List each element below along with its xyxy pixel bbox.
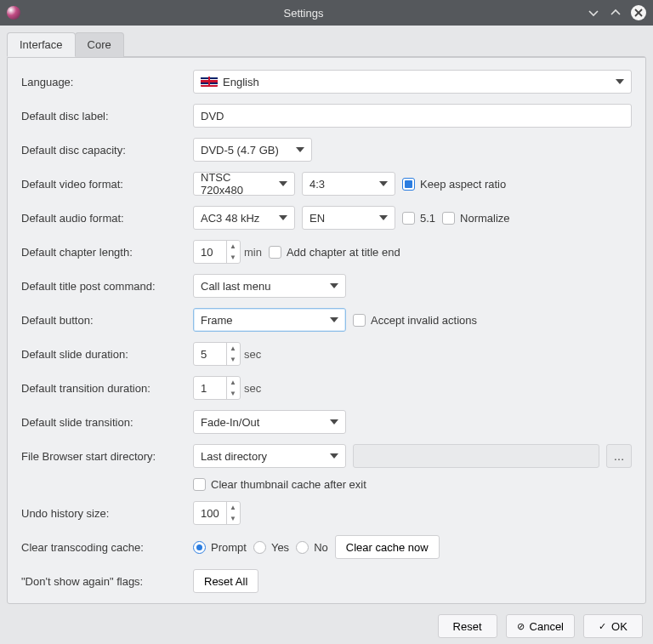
svg-marker-7 xyxy=(379,215,388,220)
chevron-down-icon xyxy=(330,418,338,426)
tab-core[interactable]: Core xyxy=(75,32,124,57)
checkbox-box-icon xyxy=(402,178,415,191)
aspect-ratio-select[interactable]: 4:3 xyxy=(302,172,395,196)
minimize-icon[interactable] xyxy=(587,6,600,20)
normalize-label: Normalize xyxy=(460,212,510,225)
chevron-down-icon xyxy=(616,77,624,86)
titlebar: Settings xyxy=(0,0,653,26)
label-language: Language: xyxy=(21,76,188,88)
tabpanel-interface: Language: English Default disc label: DV… xyxy=(8,57,645,603)
cancel-button[interactable]: ⊘ Cancel xyxy=(506,614,575,638)
transcoding-no-label: No xyxy=(314,541,328,554)
reset-all-button[interactable]: Reset All xyxy=(193,569,258,593)
label-disc-capacity: Default disc capacity: xyxy=(21,144,188,157)
chevron-down-icon xyxy=(330,316,338,324)
label-default-button: Default button: xyxy=(21,314,188,327)
checkbox-box-icon xyxy=(269,246,281,259)
browse-directory-button[interactable]: … xyxy=(606,444,632,468)
file-browser-start-select[interactable]: Last directory xyxy=(193,444,346,468)
chapter-length-stepper[interactable]: 10 ▲▼ xyxy=(193,240,241,264)
transcoding-prompt-radio[interactable]: Prompt xyxy=(193,541,247,554)
transcoding-yes-label: Yes xyxy=(271,541,289,554)
chevron-down-icon xyxy=(330,452,338,460)
audio-codec-value: AC3 48 kHz xyxy=(201,212,259,225)
disc-label-input[interactable]: DVD xyxy=(193,104,632,128)
slide-transition-select[interactable]: Fade-In/Out xyxy=(193,410,346,434)
unit-sec: sec xyxy=(244,348,261,361)
keep-aspect-checkbox[interactable]: Keep aspect ratio xyxy=(402,178,506,191)
transcoding-yes-radio[interactable]: Yes xyxy=(253,541,289,554)
video-format-value: NTSC 720x480 xyxy=(201,171,272,197)
reset-button[interactable]: Reset xyxy=(438,614,497,638)
label-slide-transition: Default slide transition: xyxy=(21,416,188,429)
audio-codec-select[interactable]: AC3 48 kHz xyxy=(193,206,295,230)
label-clear-transcoding: Clear transcoding cache: xyxy=(21,541,188,554)
svg-marker-11 xyxy=(330,453,338,459)
language-value: English xyxy=(223,76,259,88)
stepper-buttons[interactable]: ▲▼ xyxy=(226,343,239,365)
language-select[interactable]: English xyxy=(193,70,632,94)
window-controls xyxy=(587,5,646,20)
checkbox-box-icon xyxy=(402,212,415,225)
title-post-select[interactable]: Call last menu xyxy=(193,274,346,298)
aspect-ratio-value: 4:3 xyxy=(309,178,325,191)
svg-marker-2 xyxy=(616,79,624,84)
transition-duration-value: 1 xyxy=(201,382,226,395)
ok-button-label: OK xyxy=(611,620,627,633)
normalize-checkbox[interactable]: Normalize xyxy=(442,212,510,225)
slide-transition-value: Fade-In/Out xyxy=(201,416,259,429)
stepper-buttons[interactable]: ▲▼ xyxy=(226,377,239,399)
audio-51-label: 5.1 xyxy=(420,212,435,225)
maximize-icon[interactable] xyxy=(609,6,622,20)
label-chapter-length: Default chapter length: xyxy=(21,246,188,259)
video-format-select[interactable]: NTSC 720x480 xyxy=(193,172,295,196)
accept-invalid-checkbox[interactable]: Accept invalid actions xyxy=(353,314,477,327)
check-icon: ✓ xyxy=(599,621,606,632)
window-title: Settings xyxy=(20,7,587,20)
clear-thumb-cache-label: Clear thumbnail cache after exit xyxy=(211,478,366,491)
clear-cache-now-label: Clear cache now xyxy=(346,541,429,554)
title-post-value: Call last menu xyxy=(201,280,270,293)
label-audio-format: Default audio format: xyxy=(21,212,188,225)
checkbox-box-icon xyxy=(193,478,206,491)
accept-invalid-label: Accept invalid actions xyxy=(371,314,477,327)
close-icon[interactable] xyxy=(631,5,646,20)
disc-capacity-select[interactable]: DVD-5 (4.7 GB) xyxy=(193,138,312,162)
cancel-icon: ⊘ xyxy=(517,621,525,632)
label-file-browser-start: File Browser start directory: xyxy=(21,450,188,463)
keep-aspect-label: Keep aspect ratio xyxy=(420,178,506,191)
stepper-buttons[interactable]: ▲▼ xyxy=(226,502,239,524)
audio-51-checkbox[interactable]: 5.1 xyxy=(402,212,435,225)
audio-lang-select[interactable]: EN xyxy=(302,206,395,230)
clear-cache-now-button[interactable]: Clear cache now xyxy=(335,535,440,559)
chevron-down-icon xyxy=(296,145,304,154)
label-disc-label: Default disc label: xyxy=(21,110,188,123)
tab-interface[interactable]: Interface xyxy=(7,32,76,57)
app-icon xyxy=(7,6,20,20)
slide-duration-value: 5 xyxy=(201,348,226,361)
svg-marker-6 xyxy=(279,215,287,220)
add-chapter-end-label: Add chapter at title end xyxy=(287,246,400,259)
audio-lang-value: EN xyxy=(309,212,325,225)
svg-marker-10 xyxy=(330,419,338,425)
svg-marker-4 xyxy=(279,181,287,186)
ellipsis-icon: … xyxy=(614,450,625,463)
slide-duration-stepper[interactable]: 5 ▲▼ xyxy=(193,342,241,366)
dialog-footer: Reset ⊘ Cancel ✓ OK xyxy=(7,604,646,638)
svg-marker-3 xyxy=(296,147,304,152)
label-slide-duration: Default slide duration: xyxy=(21,348,188,361)
undo-history-stepper[interactable]: 100 ▲▼ xyxy=(193,501,241,525)
default-button-select[interactable]: Frame xyxy=(193,308,346,332)
add-chapter-end-checkbox[interactable]: Add chapter at title end xyxy=(269,246,400,259)
clear-thumb-cache-checkbox[interactable]: Clear thumbnail cache after exit xyxy=(193,478,366,491)
reset-all-label: Reset All xyxy=(204,575,247,588)
chapter-length-value: 10 xyxy=(201,246,226,259)
ok-button[interactable]: ✓ OK xyxy=(583,614,643,638)
label-title-post: Default title post command: xyxy=(21,280,188,293)
transition-duration-stepper[interactable]: 1 ▲▼ xyxy=(193,376,241,400)
stepper-buttons[interactable]: ▲▼ xyxy=(226,241,239,263)
checkbox-box-icon xyxy=(353,314,366,327)
transcoding-no-radio[interactable]: No xyxy=(296,541,328,554)
radio-dot-icon xyxy=(296,541,309,554)
disc-label-value: DVD xyxy=(201,110,224,123)
